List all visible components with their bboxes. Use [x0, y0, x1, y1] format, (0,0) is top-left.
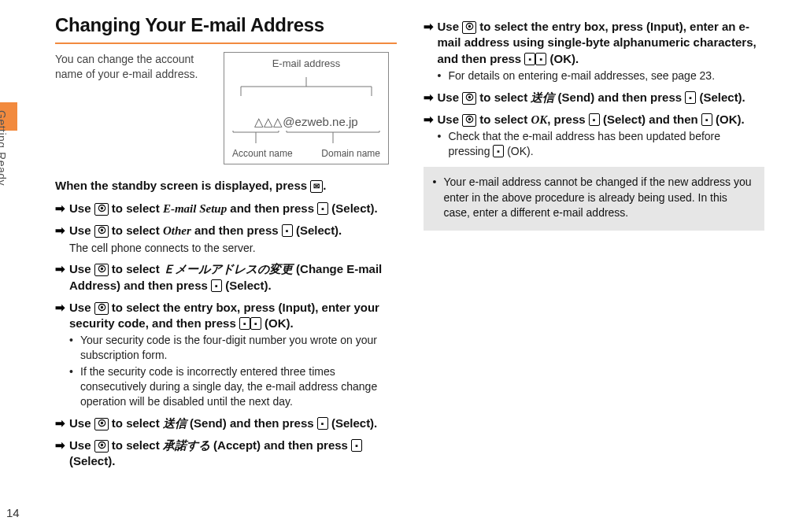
intro-text: You can change the account name of your … — [55, 52, 213, 82]
center-key-icon: ▪ — [282, 224, 293, 237]
step-sub: The cell phone connects to the server. — [69, 241, 342, 256]
step-sub: •For details on entering e-mail addresse… — [438, 68, 765, 83]
note-box: • Your e-mail address cannot be changed … — [424, 167, 765, 231]
step-text: Use ⦿ to select the entry box, press (In… — [69, 300, 397, 332]
step-arrow-icon: ➡ — [424, 19, 438, 83]
step-option: 送信 — [163, 416, 187, 430]
step-sub-bullet: •If the security code is incorrectly ent… — [69, 364, 397, 409]
step-sub: •Your security code is the four-digit nu… — [69, 333, 397, 408]
step-option: 承諾する — [163, 438, 210, 452]
bullet-text: For details on entering e-mail addresses… — [449, 68, 716, 83]
step-arrow-icon: ➡ — [424, 112, 438, 159]
step-arrow-icon: ➡ — [55, 223, 69, 255]
center-key-icon: ▪ — [317, 417, 328, 430]
step-text: Use ⦿ to select the entry box, press (In… — [438, 19, 765, 67]
lead-line: When the standby screen is displayed, pr… — [55, 179, 397, 193]
bullet-text: If the security code is incorrectly ente… — [80, 364, 397, 409]
nav-key-icon: ⦿ — [94, 203, 109, 216]
center-key-icon: ▪ — [685, 91, 696, 104]
step-body: Use ⦿ to select 送信 (Send) and then press… — [69, 416, 377, 431]
step-sub: •Check that the e-mail address has been … — [438, 129, 765, 159]
center-key-icon: ▪ — [535, 53, 546, 65]
bullet-dot: • — [69, 364, 80, 409]
step-sub-bullet: •For details on entering e-mail addresse… — [438, 68, 765, 83]
step-body: Use ⦿ to select the entry box, press (In… — [438, 19, 765, 83]
nav-key-icon: ⦿ — [462, 92, 476, 105]
step: ➡Use ⦿ to select 送信 (Send) and then pres… — [424, 90, 765, 105]
nav-key-icon: ⦿ — [94, 418, 109, 430]
step-option: Other — [163, 224, 191, 237]
section-label: Getting Ready — [0, 110, 8, 186]
step-text: Use ⦿ to select 送信 (Send) and then press… — [438, 90, 745, 105]
note-text: Your e-mail address cannot be changed if… — [444, 175, 756, 221]
step-option: OK — [531, 113, 547, 126]
diagram-lines — [231, 76, 381, 107]
step-text: Use ⦿ to select Other and then press ▪ (… — [69, 223, 342, 238]
step-option: Ｅメールアドレスの変更 — [163, 262, 293, 275]
lead-post: . — [323, 179, 326, 192]
nav-key-icon: ⦿ — [94, 440, 109, 453]
center-key-icon: ▪ — [493, 145, 504, 157]
nav-key-icon: ⦿ — [462, 21, 476, 34]
step-body: Use ⦿ to select Ｅメールアドレスの変更 (Change E-ma… — [69, 261, 397, 294]
step: ➡Use ⦿ to select E-mail Setup and then p… — [55, 201, 397, 216]
step-arrow-icon: ➡ — [55, 300, 69, 409]
right-column: ➡Use ⦿ to select the entry box, press (I… — [424, 19, 765, 475]
nav-key-icon: ⦿ — [94, 225, 109, 238]
step-arrow-icon: ➡ — [55, 438, 69, 470]
step-option: 送信 — [531, 91, 554, 104]
page-number: 14 — [6, 506, 20, 519]
bullet-dot: • — [69, 333, 80, 363]
center-key-icon: ▪ — [211, 279, 222, 292]
step-body: Use ⦿ to select 送信 (Send) and then press… — [438, 90, 745, 105]
step-text: Use ⦿ to select Ｅメールアドレスの変更 (Change E-ma… — [69, 261, 397, 294]
nav-key-icon: ⦿ — [462, 114, 476, 127]
center-key-icon: ▪ — [701, 113, 712, 126]
nav-key-icon: ⦿ — [94, 264, 109, 276]
manual-page: Getting Ready 14 Changing Your E-mail Ad… — [0, 0, 788, 532]
center-key-icon: ▪ — [250, 317, 261, 330]
center-key-icon: ▪ — [317, 202, 328, 215]
step: ➡Use ⦿ to select the entry box, press (I… — [55, 300, 397, 409]
step-body: Use ⦿ to select E-mail Setup and then pr… — [69, 201, 378, 216]
step-sub-bullet: •Check that the e-mail address has been … — [438, 129, 765, 159]
bullet-dot: • — [433, 175, 444, 221]
bullet-dot: • — [438, 68, 449, 83]
step-body: Use ⦿ to select Other and then press ▪ (… — [69, 223, 342, 255]
step-arrow-icon: ➡ — [55, 201, 69, 216]
step-option: E-mail Setup — [163, 202, 227, 215]
email-diagram: E-mail address △△△@ezweb.ne.jp — [224, 52, 389, 164]
center-key-icon: ▪ — [524, 53, 535, 65]
title-rule — [55, 42, 397, 44]
step: ➡Use ⦿ to select Other and then press ▪ … — [55, 223, 397, 255]
bullet-text: Check that the e-mail address has been u… — [449, 129, 765, 159]
diagram-lines2 — [231, 131, 381, 148]
step-arrow-icon: ➡ — [55, 416, 69, 431]
step: ➡Use ⦿ to select the entry box, press (I… — [424, 19, 765, 83]
diagram-heading: E-mail address — [231, 57, 382, 69]
step-text: Use ⦿ to select E-mail Setup and then pr… — [69, 201, 378, 216]
diagram-address: △△△@ezweb.ne.jp — [231, 115, 382, 129]
step-body: Use ⦿ to select OK, press ▪ (Select) and… — [438, 112, 765, 159]
center-key-icon: ▪ — [351, 439, 362, 452]
left-column: Changing Your E-mail Address You can cha… — [55, 14, 397, 475]
step-text: Use ⦿ to select 承諾する (Accept) and then p… — [69, 438, 397, 470]
lead-pre: When the standby screen is displayed, pr… — [55, 179, 310, 192]
step: ➡Use ⦿ to select Ｅメールアドレスの変更 (Change E-m… — [55, 261, 397, 294]
nav-key-icon: ⦿ — [94, 302, 109, 315]
step-text: Use ⦿ to select 送信 (Send) and then press… — [69, 416, 377, 431]
mail-key-icon: ✉ — [310, 180, 323, 193]
step-text: Use ⦿ to select OK, press ▪ (Select) and… — [438, 112, 765, 127]
step-body: Use ⦿ to select 承諾する (Accept) and then p… — [69, 438, 397, 470]
bullet-text: Your security code is the four-digit num… — [80, 333, 397, 363]
step-arrow-icon: ➡ — [424, 90, 438, 105]
bullet-dot: • — [438, 129, 449, 159]
step-body: Use ⦿ to select the entry box, press (In… — [69, 300, 397, 409]
step: ➡Use ⦿ to select OK, press ▪ (Select) an… — [424, 112, 765, 159]
step: ➡Use ⦿ to select 送信 (Send) and then pres… — [55, 416, 397, 431]
center-key-icon: ▪ — [239, 317, 250, 330]
step-sub-bullet: •Your security code is the four-digit nu… — [69, 333, 397, 363]
step-arrow-icon: ➡ — [55, 261, 69, 294]
center-key-icon: ▪ — [589, 113, 600, 126]
diagram-label-domain: Domain name — [321, 148, 380, 159]
